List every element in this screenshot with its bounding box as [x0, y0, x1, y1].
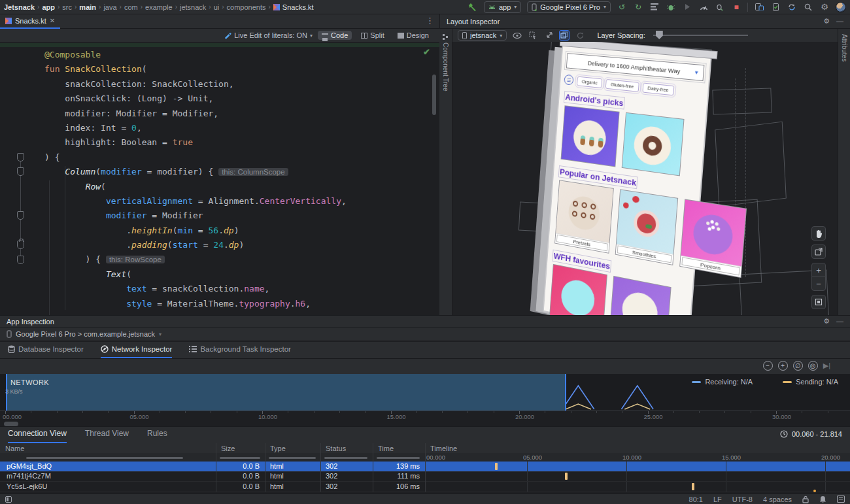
mode-design-button[interactable]: Design	[394, 31, 433, 40]
inspector-process-select[interactable]: jetsnack ▾	[458, 30, 507, 41]
help-book-icon[interactable]	[837, 496, 845, 503]
tab-snacks-kt[interactable]: Snacks.kt ✕	[0, 14, 60, 29]
layout-inspector-settings-gear-icon[interactable]: ⚙	[823, 17, 830, 25]
mode-code-button[interactable]: Code	[318, 31, 352, 40]
search-everywhere-icon[interactable]	[803, 2, 813, 12]
slider-knob[interactable]	[656, 31, 663, 39]
view-options-eye-icon[interactable]	[512, 30, 522, 41]
breadcrumb-item[interactable]: main	[79, 3, 96, 11]
editor-options-kebab-icon[interactable]: ⋮	[426, 16, 434, 25]
breadcrumb-item[interactable]: app	[42, 3, 55, 11]
breadcrumb-item[interactable]: Snacks.kt	[273, 3, 314, 11]
tab-connection-view[interactable]: Connection View	[8, 429, 67, 443]
reset-zoom-icon[interactable]: ∅	[793, 361, 803, 371]
zoom-in-icon[interactable]: +	[778, 361, 788, 371]
tab-database-inspector[interactable]: Database Inspector	[8, 345, 84, 358]
snack-card[interactable]	[561, 105, 620, 167]
stop-icon[interactable]: ■	[731, 2, 741, 12]
attributes-tab[interactable]: Attributes	[841, 29, 848, 61]
snack-card[interactable]	[609, 276, 672, 315]
profile-bug-icon[interactable]	[715, 2, 725, 12]
breadcrumb-item[interactable]: src	[62, 3, 72, 11]
column-header[interactable]: Status	[326, 445, 346, 452]
snack-card[interactable]: Pretzels	[554, 180, 614, 254]
apply-changes-icon[interactable]: ↺	[617, 2, 627, 12]
reset-view-icon[interactable]	[811, 244, 826, 259]
breadcrumb-item[interactable]: Jetsnack	[4, 3, 35, 11]
build-hammer-icon[interactable]	[468, 2, 478, 12]
network-traffic-chart[interactable]: NETWORK 3 KB/s Receiving: N/A Sending: N…	[0, 374, 850, 411]
layout-toggle-icon[interactable]	[5, 496, 12, 503]
component-tree-tab[interactable]: Component Tree	[442, 29, 449, 92]
attach-to-live-icon[interactable]: ▶|	[823, 361, 830, 370]
snack-card[interactable]: Popcorn	[679, 199, 747, 278]
caret-position[interactable]: 80:1	[689, 496, 703, 503]
file-encoding[interactable]: UTF-8	[732, 496, 753, 503]
code-editor[interactable]: @Composablefun SnackCollection( snackCol…	[0, 42, 439, 315]
tab-rules[interactable]: Rules	[147, 429, 167, 443]
inspection-ok-icon[interactable]: ✔	[423, 47, 430, 57]
column-header[interactable]: Time	[378, 445, 394, 452]
tab-background-task-inspector[interactable]: Background Task Inspector	[189, 345, 291, 358]
selection-end-handle[interactable]	[565, 374, 566, 411]
app-inspection-settings-gear-icon[interactable]: ⚙	[823, 317, 830, 326]
gutter-compose-marker-icon[interactable]	[17, 256, 24, 264]
column-header[interactable]: Timeline	[430, 445, 457, 452]
breadcrumb-item[interactable]: com	[124, 3, 138, 11]
breadcrumb-item[interactable]: java	[103, 3, 116, 11]
gutter-compose-marker-icon[interactable]	[17, 153, 24, 161]
zoom-to-selection-icon[interactable]: ◎	[808, 361, 818, 371]
breadcrumb-item[interactable]: example	[145, 3, 173, 11]
tab-thread-view[interactable]: Thread View	[85, 429, 129, 443]
apply-code-changes-icon[interactable]: ↻	[633, 2, 643, 12]
settings-gear-icon[interactable]: ⚙	[819, 2, 830, 12]
attach-debugger-icon[interactable]	[682, 2, 692, 12]
breadcrumb-item[interactable]: components	[227, 3, 266, 11]
column-header[interactable]: Size	[221, 445, 235, 452]
column-header[interactable]: Name	[5, 445, 24, 452]
breadcrumb-item[interactable]: jetsnack	[180, 3, 206, 11]
lock-icon[interactable]	[802, 496, 809, 503]
select-component-icon[interactable]	[528, 30, 538, 41]
device-select[interactable]: Google Pixel 6 Pro ▾	[527, 1, 611, 13]
snack-card[interactable]: Smoothies	[615, 189, 679, 265]
sync-gradle-icon[interactable]	[787, 2, 797, 12]
gutter-compose-marker-icon[interactable]	[17, 167, 24, 176]
user-avatar[interactable]	[836, 2, 846, 12]
inspected-app-screen[interactable]: Delivery to 1600 Amphitheater Way ▼ ☰ Or…	[543, 44, 712, 315]
close-tab-icon[interactable]: ✕	[50, 17, 55, 24]
zoom-in-icon[interactable]: +	[811, 263, 826, 277]
device-manager-icon[interactable]	[754, 2, 764, 12]
inspection-process-selector[interactable]: Google Pixel 6 Pro > com.example.jetsnac…	[0, 327, 850, 341]
column-header[interactable]: Type	[270, 445, 286, 452]
run-configuration-select[interactable]: app ▾	[484, 1, 521, 13]
line-ending[interactable]: LF	[713, 496, 722, 503]
layer-spacing-slider[interactable]	[653, 35, 748, 36]
mode-split-button[interactable]: Split	[357, 31, 388, 40]
layout-inspector-3d-viewport[interactable]: Delivery to 1600 Amphitheater Way ▼ ☰ Or…	[452, 42, 838, 315]
app-inspection-minimize-icon[interactable]: —	[836, 317, 843, 326]
notifications-bell-icon[interactable]	[819, 496, 826, 503]
running-devices-icon[interactable]	[770, 2, 781, 12]
live-edit-dropdown[interactable]: Live Edit of literals: ON ▾	[224, 31, 313, 39]
range-selection[interactable]	[7, 374, 566, 411]
debug-icon[interactable]	[666, 2, 676, 12]
pan-hand-icon[interactable]	[811, 226, 826, 241]
zoom-to-fit-icon[interactable]	[811, 295, 826, 309]
connections-table[interactable]: NameSizeTypeStatusTimeTimeline 00.00005.…	[0, 443, 850, 492]
breadcrumb-item[interactable]: ui	[214, 3, 220, 11]
gutter-compose-marker-icon[interactable]	[17, 211, 24, 220]
tab-network-inspector[interactable]: Network Inspector	[101, 345, 173, 358]
chart-horizontal-scrollbar[interactable]	[4, 422, 18, 426]
snack-card[interactable]	[622, 112, 685, 176]
pan-2d-icon[interactable]	[543, 30, 554, 41]
zoom-out-icon[interactable]: −	[811, 277, 826, 291]
zoom-out-icon[interactable]: −	[763, 361, 773, 371]
profiler-icon[interactable]	[698, 2, 709, 12]
mode-3d-icon[interactable]	[559, 30, 570, 41]
editor-scrollbar[interactable]	[432, 75, 436, 115]
gutter-lock-icon[interactable]	[17, 241, 24, 249]
snack-card[interactable]	[549, 264, 607, 315]
refresh-icon[interactable]	[575, 30, 585, 41]
layout-inspector-minimize-icon[interactable]: —	[836, 17, 843, 25]
